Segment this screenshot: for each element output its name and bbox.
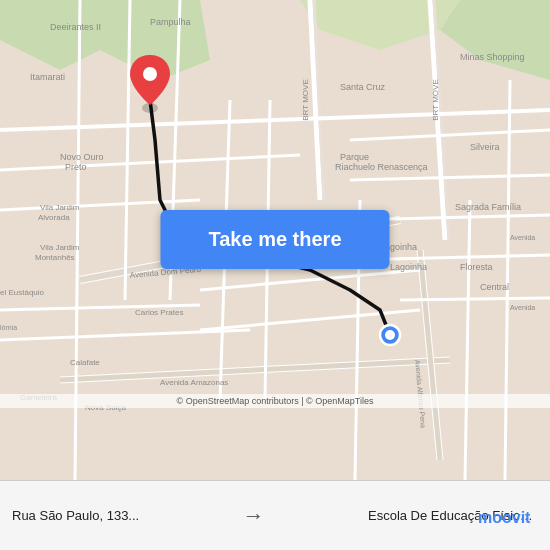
map-container: BRT MOVE BRT MOVE Deeirantes II Pampulha… xyxy=(0,0,550,480)
route-from-name: Rua São Paulo, 133... xyxy=(12,508,139,523)
bottom-bar: Rua São Paulo, 133... → Escola De Educaç… xyxy=(0,480,550,550)
svg-text:Preto: Preto xyxy=(65,162,87,172)
svg-point-69 xyxy=(385,330,395,340)
svg-text:Floresta: Floresta xyxy=(460,262,493,272)
svg-text:lórnia: lórnia xyxy=(0,324,17,331)
svg-text:Itamarati: Itamarati xyxy=(30,72,65,82)
svg-text:Silveira: Silveira xyxy=(470,142,500,152)
route-from: Rua São Paulo, 133... xyxy=(12,508,139,523)
svg-text:Deeirantes II: Deeirantes II xyxy=(50,22,101,32)
svg-text:Avenida: Avenida xyxy=(510,304,535,311)
svg-text:Novo Ouro: Novo Ouro xyxy=(60,152,104,162)
svg-point-71 xyxy=(143,67,157,81)
svg-text:el Eustáquio: el Eustáquio xyxy=(0,288,45,297)
svg-text:Sagrada Família: Sagrada Família xyxy=(455,202,521,212)
svg-text:BRT MOVE: BRT MOVE xyxy=(301,79,310,121)
route-arrow-icon: → xyxy=(243,503,265,529)
svg-text:Vila Jardim: Vila Jardim xyxy=(40,243,80,252)
svg-text:Minas Shopping: Minas Shopping xyxy=(460,52,525,62)
svg-text:Vila Jardim: Vila Jardim xyxy=(40,203,80,212)
svg-text:Calafate: Calafate xyxy=(70,358,100,367)
svg-text:Central: Central xyxy=(480,282,509,292)
svg-text:Carlos Prates: Carlos Prates xyxy=(135,308,183,317)
svg-text:Montanhês: Montanhês xyxy=(35,253,75,262)
svg-text:Parque: Parque xyxy=(340,152,369,162)
moovit-logo: moovit xyxy=(478,506,538,532)
svg-text:BRT MOVE: BRT MOVE xyxy=(431,79,440,121)
svg-text:Pampulha: Pampulha xyxy=(150,17,191,27)
svg-text:moovit: moovit xyxy=(478,509,531,526)
svg-line-27 xyxy=(400,298,550,300)
svg-text:Riachuelo Renascença: Riachuelo Renascença xyxy=(335,162,428,172)
svg-text:Avenida: Avenida xyxy=(510,234,535,241)
svg-text:Santa Cruz: Santa Cruz xyxy=(340,82,386,92)
take-me-there-button[interactable]: Take me there xyxy=(160,210,389,269)
map-attribution: © OpenStreetMap contributors | © OpenMap… xyxy=(0,394,550,408)
svg-text:Alvorada: Alvorada xyxy=(38,213,70,222)
svg-text:Lagoinha: Lagoinha xyxy=(390,262,427,272)
svg-text:Avenida Amazonas: Avenida Amazonas xyxy=(160,378,228,387)
